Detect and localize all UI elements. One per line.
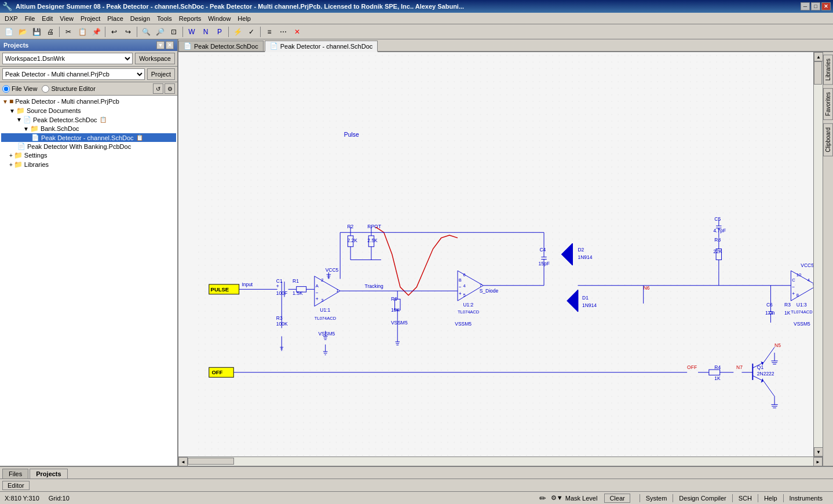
grid-info: Grid:10 — [49, 495, 70, 502]
toolbar-comp[interactable]: P — [213, 25, 226, 38]
toolbar-extra3[interactable]: ✕ — [291, 25, 304, 38]
tab2-icon: 📄 — [270, 42, 278, 50]
toolbar-extra2[interactable]: ⋯ — [277, 25, 290, 38]
toolbar-copy[interactable]: 📋 — [76, 25, 89, 38]
svg-text:2: 2 — [321, 277, 323, 283]
menu-design[interactable]: Design — [127, 14, 154, 23]
project-tree: ▼ ■ Peak Detector - Multi channel.PrjPcb… — [0, 96, 177, 466]
scroll-thumb-h[interactable] — [188, 458, 234, 465]
toolbar-cut[interactable]: ✂ — [62, 25, 75, 38]
menu-dxp[interactable]: DXP — [1, 14, 21, 23]
tree-peak-schdoc[interactable]: ▼ 📄 Peak Detector.SchDoc 📋 — [1, 115, 176, 124]
toolbar-validate[interactable]: ✓ — [245, 25, 258, 38]
panel-close-btn[interactable]: ✕ — [166, 41, 174, 49]
toolbar-zoom-out[interactable]: 🔎 — [154, 25, 166, 38]
toolbar-extra1[interactable]: ≡ — [263, 25, 276, 38]
toolbar-sep6 — [260, 27, 261, 37]
tree-source-docs[interactable]: ▼ 📁 Source Documents — [1, 106, 176, 115]
settings-folder-icon: 📁 — [14, 151, 23, 159]
menu-file[interactable]: File — [21, 14, 39, 23]
toolbar-net[interactable]: N — [199, 25, 212, 38]
vertical-scrollbar[interactable]: ▲ ▼ — [813, 52, 823, 456]
root-project-icon: ■ — [9, 97, 13, 105]
system-status: System — [640, 494, 673, 502]
toolbar-zoom-in[interactable]: 🔍 — [140, 25, 152, 38]
tree-libraries[interactable]: + 📁 Libraries — [1, 160, 176, 169]
instruments-status: Instruments — [783, 494, 828, 502]
toolbar-save[interactable]: 💾 — [30, 25, 43, 38]
maximize-button[interactable]: □ — [811, 2, 820, 10]
toolbar-compile[interactable]: ⚡ — [231, 25, 244, 38]
tab-peak-schdoc[interactable]: 📄 Peak Detector.SchDoc — [178, 41, 264, 51]
tree-settings[interactable]: + 📁 Settings — [1, 151, 176, 160]
scroll-left-btn[interactable]: ◄ — [178, 457, 188, 466]
workspace-button[interactable]: Workspace — [135, 53, 175, 64]
source-folder-icon: 📁 — [16, 107, 25, 115]
toolbar-undo[interactable]: ↩ — [108, 25, 120, 38]
refresh-btn[interactable]: ↺ — [153, 83, 163, 94]
settings-search-icon[interactable]: ⚙▼ — [551, 494, 563, 502]
root-label: Peak Detector - Multi channel.PrjPcb — [15, 98, 119, 105]
project-select[interactable]: Peak Detector - Multi channel.PrjPcb — [2, 68, 145, 80]
structure-editor-option[interactable]: Structure Editor — [42, 85, 95, 93]
tree-bank-schdoc[interactable]: ▼ 📁 Bank.SchDoc — [1, 124, 176, 133]
files-tab[interactable]: Files — [2, 469, 28, 479]
schematic-canvas[interactable]: Pulse PULSE Input C1 + 100F — [178, 52, 813, 456]
projects-header: Projects ▼ ✕ — [0, 39, 177, 51]
structure-editor-radio[interactable] — [42, 85, 49, 93]
svg-text:−: − — [316, 290, 319, 295]
projects-tab[interactable]: Projects — [30, 469, 67, 479]
menu-project[interactable]: Project — [77, 14, 104, 23]
svg-text:N7: N7 — [736, 364, 743, 370]
right-panel: 📄 Peak Detector.SchDoc 📄 Peak Detector -… — [178, 39, 833, 466]
favorites-tab[interactable]: Favorites — [823, 88, 833, 120]
tab-channel-schdoc[interactable]: 📄 Peak Detector - channel.SchDoc — [265, 41, 378, 52]
settings-expand-icon: + — [9, 152, 13, 159]
menu-reports[interactable]: Reports — [176, 14, 205, 23]
file-view-option[interactable]: File View — [2, 85, 37, 93]
tree-channel-schdoc[interactable]: 📄 Peak Detector - channel.SchDoc 📋 — [1, 133, 176, 142]
editor-tab[interactable]: Editor — [2, 481, 30, 490]
toolbar-sep3 — [137, 27, 137, 37]
toolbar-wire[interactable]: W — [185, 25, 198, 38]
svg-text:R8: R8 — [714, 237, 721, 243]
menu-view[interactable]: View — [56, 14, 77, 23]
horizontal-scrollbar[interactable]: ◄ ► — [178, 456, 823, 466]
svg-text:Tracking: Tracking — [365, 283, 383, 289]
toolbar-new[interactable]: 📄 — [2, 25, 15, 38]
pen-icon[interactable]: ✏ — [539, 494, 546, 503]
toolbar-open[interactable]: 📂 — [16, 25, 29, 38]
libraries-tab[interactable]: Libraries — [823, 54, 833, 85]
minimize-button[interactable]: ─ — [801, 2, 810, 10]
scroll-thumb-v[interactable] — [814, 61, 822, 85]
panel-menu-btn[interactable]: ▼ — [156, 41, 165, 49]
config-btn[interactable]: ⚙ — [165, 83, 175, 94]
scroll-right-btn[interactable]: ► — [813, 457, 823, 466]
toolbar-paste[interactable]: 📌 — [90, 25, 103, 38]
menu-help[interactable]: Help — [234, 14, 254, 23]
toolbar-fit[interactable]: ⊡ — [167, 25, 180, 38]
menu-tools[interactable]: Tools — [154, 14, 176, 23]
toolbar-sep1 — [59, 27, 60, 37]
workspace-select[interactable]: Workspace1.DsnWrk — [2, 53, 133, 64]
scroll-down-btn[interactable]: ▼ — [814, 447, 823, 456]
svg-text:Input: Input — [242, 282, 253, 287]
clear-button[interactable]: Clear — [604, 494, 630, 503]
scroll-up-btn[interactable]: ▲ — [814, 52, 823, 61]
menu-place[interactable]: Place — [104, 14, 127, 23]
svg-text:C6: C6 — [766, 302, 773, 308]
schematic-hbox: Pulse PULSE Input C1 + 100F — [178, 52, 823, 456]
tree-pcbdoc[interactable]: 📄 Peak Detector With Banking.PcbDoc — [1, 142, 176, 151]
svg-text:TL074ACD: TL074ACD — [458, 309, 480, 315]
toolbar-print[interactable]: 🖨 — [44, 25, 57, 38]
menu-edit[interactable]: Edit — [38, 14, 56, 23]
toolbar-redo[interactable]: ↪ — [122, 25, 134, 38]
tree-root[interactable]: ▼ ■ Peak Detector - Multi channel.PrjPcb — [1, 97, 176, 106]
clipboard-tab[interactable]: Clipboard — [823, 123, 833, 156]
close-button[interactable]: ✕ — [821, 2, 831, 10]
file-view-radio[interactable] — [2, 85, 10, 93]
projects-title: Projects — [3, 42, 28, 49]
sch-status: SCH — [732, 494, 758, 502]
menu-window[interactable]: Window — [204, 14, 234, 23]
project-button[interactable]: Project — [147, 68, 175, 80]
